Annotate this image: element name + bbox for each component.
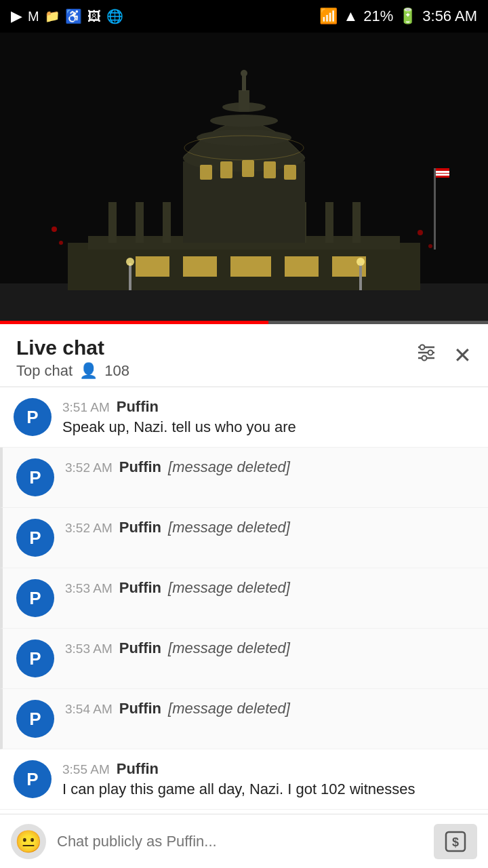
svg-point-2: [59, 241, 63, 245]
svg-point-30: [241, 70, 247, 77]
video-progress-bar[interactable]: [0, 321, 488, 324]
messages-list: P3:51 AMPuffinSpeak up, Nazi. tell us wh…: [0, 387, 488, 868]
message-meta: 3:53 AMPuffin[message deleted]: [65, 639, 474, 657]
avatar: P: [16, 458, 54, 496]
message-meta: 3:53 AMPuffin[message deleted]: [65, 579, 474, 597]
svg-point-49: [428, 351, 433, 355]
svg-rect-12: [325, 202, 333, 243]
message-time: 3:51 AM: [62, 400, 110, 415]
video-player[interactable]: [0, 33, 488, 324]
files-icon: 📁: [45, 9, 60, 24]
message-item: P3:55 AMPuffinI can play this game all d…: [0, 749, 488, 810]
video-thumbnail: [0, 33, 488, 324]
message-username: Puffin: [119, 700, 161, 717]
accessibility-icon: ♿: [65, 8, 82, 24]
message-content: 3:55 AMPuffinI can play this game all da…: [62, 760, 474, 798]
svg-text:$: $: [452, 835, 459, 849]
message-username: Puffin: [119, 519, 161, 536]
message-content: 3:52 AMPuffin[message deleted]: [65, 519, 474, 539]
status-right-info: 📶 ▲ 21% 🔋 3:56 AM: [319, 7, 477, 25]
message-meta: 3:51 AMPuffin: [62, 398, 474, 416]
message-time: 3:53 AM: [65, 642, 113, 656]
battery-percent: 21%: [363, 7, 393, 25]
svg-point-3: [418, 230, 423, 235]
svg-rect-18: [136, 256, 169, 277]
svg-rect-19: [183, 256, 217, 277]
message-item: P3:52 AMPuffin[message deleted]: [0, 508, 488, 568]
status-bar: ▶ M 📁 ♿ 🖼 🌐 📶 ▲ 21% 🔋 3:56 AM: [0, 0, 488, 33]
browser-icon: 🌐: [106, 8, 123, 24]
svg-rect-29: [242, 75, 246, 91]
svg-rect-20: [230, 256, 271, 277]
message-username: Puffin: [117, 760, 159, 778]
message-text: [message deleted]: [168, 639, 290, 657]
svg-point-1: [52, 226, 57, 232]
message-item: P3:51 AMPuffinSpeak up, Nazi. tell us wh…: [0, 387, 488, 448]
viewer-count: 108: [104, 362, 129, 380]
svg-rect-9: [136, 202, 144, 243]
message-username: Puffin: [119, 458, 161, 476]
message-item: P3:54 AMPuffin[message deleted]: [0, 689, 488, 749]
message-text: [message deleted]: [168, 579, 290, 597]
svg-point-4: [428, 244, 432, 248]
avatar: P: [16, 700, 54, 738]
message-content: 3:53 AMPuffin[message deleted]: [65, 579, 474, 599]
message-content: 3:53 AMPuffin[message deleted]: [65, 639, 474, 660]
meta-icon: M: [28, 9, 39, 24]
message-time: 3:52 AM: [65, 521, 113, 536]
avatar: P: [16, 579, 54, 617]
filters-icon[interactable]: [415, 342, 437, 368]
message-text: [message deleted]: [168, 700, 290, 717]
emoji-button[interactable]: 😐: [11, 824, 46, 859]
message-time: 3:52 AM: [65, 460, 113, 475]
message-item: P3:53 AMPuffin[message deleted]: [0, 629, 488, 689]
message-text: [message deleted]: [168, 458, 290, 476]
message-meta: 3:52 AMPuffin[message deleted]: [65, 458, 474, 476]
svg-rect-34: [242, 160, 254, 177]
svg-rect-40: [436, 174, 449, 176]
svg-point-26: [210, 115, 278, 127]
chat-header-left: Live chat Top chat 👤 108: [16, 336, 129, 380]
svg-rect-37: [434, 168, 436, 250]
svg-rect-39: [436, 171, 449, 173]
avatar: P: [16, 639, 54, 677]
svg-rect-35: [264, 161, 276, 178]
live-chat-title: Live chat: [16, 336, 129, 359]
message-item: P3:53 AMPuffin[message deleted]: [0, 568, 488, 629]
close-icon[interactable]: ✕: [453, 344, 472, 366]
message-meta: 3:55 AMPuffin: [62, 760, 474, 778]
svg-rect-43: [359, 263, 362, 290]
svg-rect-36: [284, 165, 296, 180]
chat-header-sub: Top chat 👤 108: [16, 362, 129, 380]
message-username: Puffin: [119, 579, 161, 597]
message-username: Puffin: [119, 639, 161, 657]
viewers-icon: 👤: [79, 362, 98, 380]
message-content: 3:51 AMPuffinSpeak up, Nazi. tell us who…: [62, 398, 474, 436]
message-time: 3:54 AM: [65, 702, 113, 717]
top-chat-label: Top chat: [16, 362, 73, 380]
svg-point-48: [420, 345, 425, 350]
message-item: P3:52 AMPuffin[message deleted]: [0, 448, 488, 508]
message-text: Speak up, Nazi. tell us who you are: [62, 418, 296, 435]
chat-header: Live chat Top chat 👤 108 ✕: [0, 324, 488, 387]
svg-rect-10: [163, 202, 171, 243]
message-text: [message deleted]: [168, 519, 290, 536]
message-content: 3:54 AMPuffin[message deleted]: [65, 700, 474, 720]
time: 3:56 AM: [422, 7, 477, 25]
chat-input[interactable]: [57, 824, 423, 859]
message-meta: 3:54 AMPuffin[message deleted]: [65, 700, 474, 717]
message-meta: 3:52 AMPuffin[message deleted]: [65, 519, 474, 536]
svg-point-42: [126, 258, 134, 266]
youtube-icon: ▶: [11, 7, 22, 25]
message-text: I can play this game all day, Nazi. I go…: [62, 781, 415, 797]
emoji-icon: 😐: [15, 829, 42, 854]
wifi-icon: 📶: [319, 7, 338, 25]
svg-point-44: [357, 258, 365, 266]
send-icon: $: [443, 829, 468, 854]
status-left-icons: ▶ M 📁 ♿ 🖼 🌐: [11, 7, 123, 25]
svg-rect-8: [108, 202, 117, 243]
message-content: 3:52 AMPuffin[message deleted]: [65, 458, 474, 479]
svg-rect-21: [285, 256, 319, 277]
message-username: Puffin: [117, 398, 159, 416]
send-button[interactable]: $: [434, 824, 477, 859]
